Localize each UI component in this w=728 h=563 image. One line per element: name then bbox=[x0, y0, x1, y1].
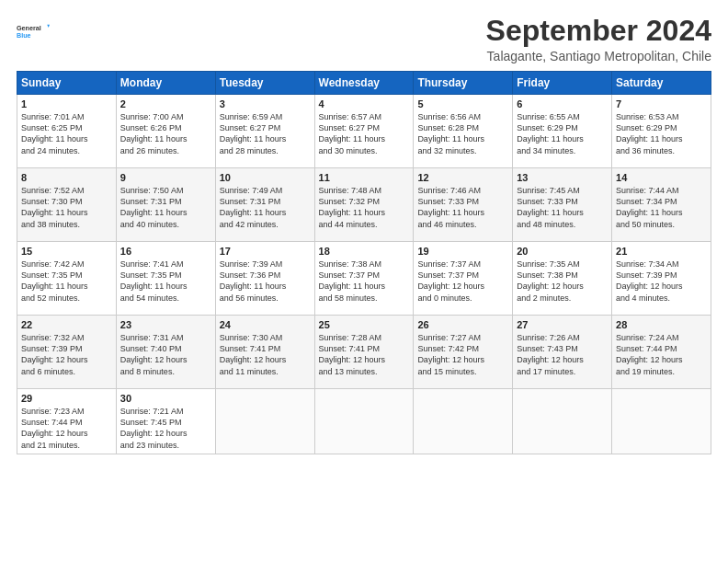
day-number: 22 bbox=[21, 319, 112, 330]
day-content: Sunrise: 7:01 AM Sunset: 6:25 PM Dayligh… bbox=[21, 111, 112, 156]
day-number: 3 bbox=[220, 98, 311, 109]
calendar-cell: 3Sunrise: 6:59 AM Sunset: 6:27 PM Daylig… bbox=[215, 95, 314, 168]
day-content: Sunrise: 7:23 AM Sunset: 7:44 PM Dayligh… bbox=[21, 406, 112, 451]
day-number: 19 bbox=[417, 246, 508, 257]
week-row-4: 22Sunrise: 7:32 AM Sunset: 7:39 PM Dayli… bbox=[17, 316, 711, 389]
week-row-3: 15Sunrise: 7:42 AM Sunset: 7:35 PM Dayli… bbox=[17, 242, 711, 316]
week-row-1: 1Sunrise: 7:01 AM Sunset: 6:25 PM Daylig… bbox=[17, 95, 711, 168]
day-content: Sunrise: 7:41 AM Sunset: 7:35 PM Dayligh… bbox=[120, 259, 211, 304]
calendar-cell: 28Sunrise: 7:24 AM Sunset: 7:44 PM Dayli… bbox=[612, 316, 711, 389]
location-title: Talagante, Santiago Metropolitan, Chile bbox=[486, 49, 711, 63]
calendar-cell: 12Sunrise: 7:46 AM Sunset: 7:33 PM Dayli… bbox=[414, 168, 513, 242]
calendar-cell bbox=[414, 389, 513, 454]
day-content: Sunrise: 7:45 AM Sunset: 7:33 PM Dayligh… bbox=[517, 185, 608, 230]
calendar-cell: 20Sunrise: 7:35 AM Sunset: 7:38 PM Dayli… bbox=[513, 242, 612, 316]
day-content: Sunrise: 7:50 AM Sunset: 7:31 PM Dayligh… bbox=[120, 185, 211, 230]
day-content: Sunrise: 7:32 AM Sunset: 7:39 PM Dayligh… bbox=[21, 332, 112, 377]
svg-text:Blue: Blue bbox=[17, 31, 31, 40]
day-content: Sunrise: 6:56 AM Sunset: 6:28 PM Dayligh… bbox=[417, 111, 508, 156]
calendar-cell: 2Sunrise: 7:00 AM Sunset: 6:26 PM Daylig… bbox=[116, 95, 215, 168]
day-number: 28 bbox=[616, 319, 707, 330]
day-number: 10 bbox=[220, 172, 311, 183]
day-content: Sunrise: 7:00 AM Sunset: 6:26 PM Dayligh… bbox=[120, 111, 211, 156]
calendar-cell: 7Sunrise: 6:53 AM Sunset: 6:29 PM Daylig… bbox=[612, 95, 711, 168]
weekday-header-thursday: Thursday bbox=[414, 72, 513, 95]
weekday-header-row: SundayMondayTuesdayWednesdayThursdayFrid… bbox=[17, 72, 711, 95]
calendar-cell: 10Sunrise: 7:49 AM Sunset: 7:31 PM Dayli… bbox=[215, 168, 314, 242]
day-content: Sunrise: 6:55 AM Sunset: 6:29 PM Dayligh… bbox=[517, 111, 608, 156]
calendar-cell: 17Sunrise: 7:39 AM Sunset: 7:36 PM Dayli… bbox=[215, 242, 314, 316]
day-content: Sunrise: 7:39 AM Sunset: 7:36 PM Dayligh… bbox=[220, 259, 311, 304]
day-content: Sunrise: 7:35 AM Sunset: 7:38 PM Dayligh… bbox=[517, 259, 608, 304]
calendar-cell: 4Sunrise: 6:57 AM Sunset: 6:27 PM Daylig… bbox=[314, 95, 414, 168]
day-content: Sunrise: 7:27 AM Sunset: 7:42 PM Dayligh… bbox=[417, 332, 508, 377]
calendar-cell: 23Sunrise: 7:31 AM Sunset: 7:40 PM Dayli… bbox=[116, 316, 215, 389]
day-number: 15 bbox=[21, 246, 112, 257]
day-content: Sunrise: 7:38 AM Sunset: 7:37 PM Dayligh… bbox=[319, 259, 410, 304]
calendar-cell: 30Sunrise: 7:21 AM Sunset: 7:45 PM Dayli… bbox=[116, 389, 215, 454]
week-row-5: 29Sunrise: 7:23 AM Sunset: 7:44 PM Dayli… bbox=[17, 389, 711, 454]
calendar-cell bbox=[215, 389, 314, 454]
day-content: Sunrise: 7:30 AM Sunset: 7:41 PM Dayligh… bbox=[220, 332, 311, 377]
day-content: Sunrise: 7:26 AM Sunset: 7:43 PM Dayligh… bbox=[517, 332, 608, 377]
logo-svg: General Blue bbox=[17, 15, 50, 48]
day-number: 30 bbox=[120, 393, 211, 404]
day-content: Sunrise: 7:24 AM Sunset: 7:44 PM Dayligh… bbox=[616, 332, 707, 377]
calendar-cell: 18Sunrise: 7:38 AM Sunset: 7:37 PM Dayli… bbox=[314, 242, 414, 316]
weekday-header-tuesday: Tuesday bbox=[215, 72, 314, 95]
day-number: 1 bbox=[21, 98, 112, 109]
day-content: Sunrise: 7:34 AM Sunset: 7:39 PM Dayligh… bbox=[616, 259, 707, 304]
day-content: Sunrise: 7:31 AM Sunset: 7:40 PM Dayligh… bbox=[120, 332, 211, 377]
weekday-header-saturday: Saturday bbox=[612, 72, 711, 95]
day-number: 6 bbox=[517, 98, 608, 109]
calendar-cell bbox=[612, 389, 711, 454]
day-number: 25 bbox=[319, 319, 410, 330]
day-content: Sunrise: 7:21 AM Sunset: 7:45 PM Dayligh… bbox=[120, 406, 211, 451]
day-number: 16 bbox=[120, 246, 211, 257]
day-number: 13 bbox=[517, 172, 608, 183]
weekday-header-monday: Monday bbox=[116, 72, 215, 95]
day-number: 4 bbox=[319, 98, 410, 109]
calendar-cell bbox=[314, 389, 414, 454]
calendar-cell: 11Sunrise: 7:48 AM Sunset: 7:32 PM Dayli… bbox=[314, 168, 414, 242]
calendar-cell: 16Sunrise: 7:41 AM Sunset: 7:35 PM Dayli… bbox=[116, 242, 215, 316]
calendar-cell: 9Sunrise: 7:50 AM Sunset: 7:31 PM Daylig… bbox=[116, 168, 215, 242]
title-block: September 2024 Talagante, Santiago Metro… bbox=[486, 15, 711, 63]
calendar: SundayMondayTuesdayWednesdayThursdayFrid… bbox=[17, 71, 711, 454]
calendar-cell: 5Sunrise: 6:56 AM Sunset: 6:28 PM Daylig… bbox=[414, 95, 513, 168]
day-number: 27 bbox=[517, 319, 608, 330]
day-number: 8 bbox=[21, 172, 112, 183]
day-number: 29 bbox=[21, 393, 112, 404]
day-content: Sunrise: 7:44 AM Sunset: 7:34 PM Dayligh… bbox=[616, 185, 707, 230]
day-content: Sunrise: 7:52 AM Sunset: 7:30 PM Dayligh… bbox=[21, 185, 112, 230]
svg-marker-2 bbox=[47, 25, 50, 28]
day-number: 20 bbox=[517, 246, 608, 257]
calendar-cell: 1Sunrise: 7:01 AM Sunset: 6:25 PM Daylig… bbox=[17, 95, 117, 168]
day-number: 26 bbox=[417, 319, 508, 330]
day-content: Sunrise: 7:48 AM Sunset: 7:32 PM Dayligh… bbox=[319, 185, 410, 230]
day-content: Sunrise: 7:37 AM Sunset: 7:37 PM Dayligh… bbox=[417, 259, 508, 304]
calendar-cell: 8Sunrise: 7:52 AM Sunset: 7:30 PM Daylig… bbox=[17, 168, 117, 242]
day-number: 11 bbox=[319, 172, 410, 183]
day-number: 17 bbox=[220, 246, 311, 257]
day-number: 23 bbox=[120, 319, 211, 330]
day-content: Sunrise: 6:59 AM Sunset: 6:27 PM Dayligh… bbox=[220, 111, 311, 156]
day-content: Sunrise: 7:46 AM Sunset: 7:33 PM Dayligh… bbox=[417, 185, 508, 230]
logo: General Blue bbox=[17, 15, 50, 48]
day-number: 21 bbox=[616, 246, 707, 257]
day-content: Sunrise: 7:49 AM Sunset: 7:31 PM Dayligh… bbox=[220, 185, 311, 230]
header: General Blue September 2024 Talagante, S… bbox=[17, 15, 711, 63]
day-content: Sunrise: 6:53 AM Sunset: 6:29 PM Dayligh… bbox=[616, 111, 707, 156]
page: General Blue September 2024 Talagante, S… bbox=[0, 0, 728, 563]
calendar-cell: 24Sunrise: 7:30 AM Sunset: 7:41 PM Dayli… bbox=[215, 316, 314, 389]
month-title: September 2024 bbox=[486, 15, 711, 47]
day-number: 12 bbox=[417, 172, 508, 183]
week-row-2: 8Sunrise: 7:52 AM Sunset: 7:30 PM Daylig… bbox=[17, 168, 711, 242]
day-content: Sunrise: 7:42 AM Sunset: 7:35 PM Dayligh… bbox=[21, 259, 112, 304]
day-number: 7 bbox=[616, 98, 707, 109]
calendar-cell: 21Sunrise: 7:34 AM Sunset: 7:39 PM Dayli… bbox=[612, 242, 711, 316]
calendar-cell: 13Sunrise: 7:45 AM Sunset: 7:33 PM Dayli… bbox=[513, 168, 612, 242]
calendar-cell: 14Sunrise: 7:44 AM Sunset: 7:34 PM Dayli… bbox=[612, 168, 711, 242]
calendar-cell: 15Sunrise: 7:42 AM Sunset: 7:35 PM Dayli… bbox=[17, 242, 117, 316]
calendar-cell: 26Sunrise: 7:27 AM Sunset: 7:42 PM Dayli… bbox=[414, 316, 513, 389]
